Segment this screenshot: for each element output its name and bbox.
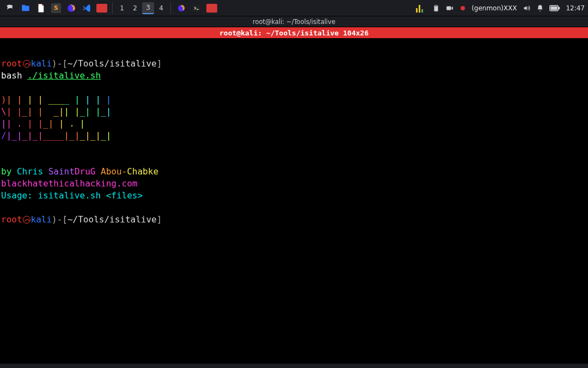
top-panel: S 1 2 3 4 (genmon)XXX <box>0 0 588 16</box>
credit-url: blackhatethicalhacking.com <box>1 178 137 189</box>
svg-rect-5 <box>446 6 451 10</box>
window-title-text: root@kali: ~/Tools/isitalive <box>253 18 335 26</box>
ascii-art-row: )| | | | ____ | | | | <box>1 94 111 105</box>
ascii-art-row: || . | |_| | . | <box>1 118 101 129</box>
record-icon[interactable] <box>460 5 466 11</box>
kali-skull-icon <box>23 216 30 224</box>
prompt-user: root <box>1 214 22 225</box>
prompt-bracket: )-[ <box>52 214 68 225</box>
prompt-bracket-close: ] <box>157 214 162 225</box>
credit-name: Chabke <box>127 166 158 177</box>
window-titlebar[interactable]: root@kali: ~/Tools/isitalive <box>0 16 588 27</box>
ascii-art-row: /|_|_|_|____|_|_|_|_| <box>1 130 111 141</box>
camera-icon[interactable] <box>445 4 454 12</box>
terminal-pane[interactable]: rootkali)-[~/Tools/isitalive] bash ./isi… <box>0 38 588 364</box>
tmux-status-text: root@kali: ~/Tools/isitalive 104x26 <box>219 29 369 37</box>
prompt-user: root <box>1 58 22 69</box>
vscode-icon[interactable] <box>80 2 93 15</box>
workspace-3[interactable]: 3 <box>142 2 154 14</box>
sublime-icon[interactable]: S <box>50 2 63 15</box>
credit-name: DruG <box>75 166 101 177</box>
workspace-2[interactable]: 2 <box>129 2 141 14</box>
workspace-1[interactable]: 1 <box>116 2 128 14</box>
credit-by: by <box>1 166 17 177</box>
battery-icon[interactable] <box>549 5 560 11</box>
prompt-host: kali <box>31 214 52 225</box>
prompt-host: kali <box>31 58 52 69</box>
file-manager-icon[interactable] <box>19 2 32 15</box>
svg-rect-8 <box>551 6 558 9</box>
credit-name: Chris <box>17 166 48 177</box>
volume-icon[interactable] <box>522 4 531 12</box>
kali-skull-icon <box>23 60 30 68</box>
credit-name: Saint <box>48 166 75 177</box>
notifications-icon[interactable] <box>536 4 544 12</box>
taskbar-separator <box>170 3 171 14</box>
resource-monitor-icon[interactable] <box>416 4 427 13</box>
usage-text: Usage: isitalive.sh <files> <box>1 190 143 201</box>
workspace-4[interactable]: 4 <box>155 2 167 14</box>
svg-rect-9 <box>559 7 560 9</box>
svg-point-6 <box>461 6 465 10</box>
system-tray: (genmon)XXX 12:47 <box>416 4 585 13</box>
genmon-text[interactable]: (genmon)XXX <box>471 4 517 12</box>
ascii-art-row: \| |_| | _|| |_| |_| <box>1 106 111 117</box>
credit-name: Abou- <box>101 166 127 177</box>
prompt-cwd: ~/Tools/isitalive <box>68 214 157 225</box>
prompt-bracket-close: ] <box>157 58 162 69</box>
kali-menu-icon[interactable] <box>4 2 17 15</box>
clock[interactable]: 12:47 <box>566 4 585 12</box>
command-prefix: bash <box>1 70 27 81</box>
window-bottom-border <box>0 364 588 368</box>
running-terminal-icon[interactable] <box>190 2 203 15</box>
svg-rect-1 <box>22 5 25 7</box>
text-editor-icon[interactable] <box>34 2 47 15</box>
prompt-bracket: )-[ <box>52 58 68 69</box>
svg-rect-4 <box>193 5 200 11</box>
ascii-art-row <box>1 142 106 153</box>
running-app-icon[interactable] <box>205 2 218 15</box>
tmux-statusbar: root@kali: ~/Tools/isitalive 104x26 <box>0 27 588 38</box>
cherrytree-icon[interactable] <box>95 2 108 15</box>
firefox-icon[interactable] <box>65 2 78 15</box>
running-firefox-icon[interactable] <box>175 2 188 15</box>
clipboard-icon[interactable] <box>432 4 440 12</box>
prompt-cwd: ~/Tools/isitalive <box>68 58 157 69</box>
command-file: ./isitalive.sh <box>27 70 101 81</box>
taskbar-separator <box>112 3 113 14</box>
